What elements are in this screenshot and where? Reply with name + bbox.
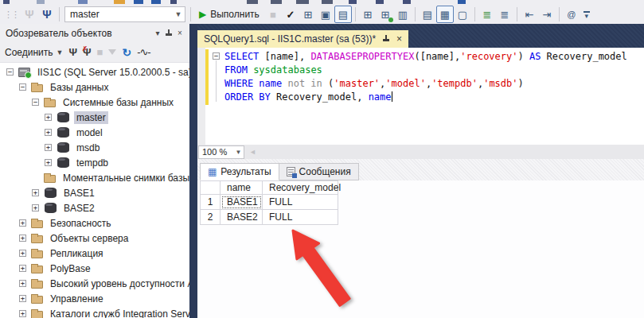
disconnect-icon[interactable]: ✗Ψ bbox=[83, 47, 92, 57]
sql-token: ) bbox=[517, 51, 529, 62]
results-to-text-icon[interactable]: ▤ bbox=[419, 6, 436, 23]
separator bbox=[59, 7, 60, 21]
cell-name[interactable]: BASE2 bbox=[221, 210, 263, 225]
template-parameters-icon[interactable]: @ bbox=[563, 6, 580, 23]
tree-item-управление[interactable]: +Управление bbox=[0, 291, 189, 306]
tree-expander-icon[interactable]: + bbox=[19, 310, 26, 317]
tree-expander-icon[interactable]: + bbox=[19, 219, 26, 227]
tree-expander-icon[interactable]: + bbox=[45, 114, 52, 121]
row-number-cell[interactable]: 1 bbox=[200, 195, 221, 210]
sql-token: DATABASEPROPERTYEX bbox=[310, 51, 414, 62]
code-line-4[interactable]: ORDER BY Recovery_model, name bbox=[224, 91, 627, 104]
tree-item-polybase[interactable]: +PolyBase bbox=[0, 261, 189, 276]
cell-name[interactable]: BASE1 bbox=[221, 195, 263, 210]
collapse-region-icon[interactable]: − bbox=[213, 52, 220, 60]
tree-expander-icon[interactable]: + bbox=[32, 189, 39, 196]
activity-monitor-icon[interactable]: -∿- bbox=[137, 46, 150, 58]
tree-item-base2[interactable]: +BASE2 bbox=[0, 200, 189, 215]
tree-expander-icon[interactable]: + bbox=[19, 265, 26, 272]
connect-button[interactable]: Соединить ▼ bbox=[5, 47, 63, 58]
tree-expander-icon[interactable]: + bbox=[19, 295, 26, 302]
pin-icon[interactable] bbox=[381, 33, 391, 45]
sql-token: AS bbox=[529, 51, 541, 62]
tree-expander-icon[interactable]: + bbox=[32, 204, 39, 211]
tree-expander-icon[interactable]: − bbox=[6, 68, 14, 76]
tree-item-безопасность[interactable]: +Безопасность bbox=[0, 215, 189, 231]
filter-icon[interactable] bbox=[108, 49, 116, 55]
object-explorer-titlebar[interactable]: Обозреватель объектов ▾ × bbox=[0, 24, 189, 42]
column-header-name[interactable]: name bbox=[221, 180, 263, 195]
pin-icon[interactable] bbox=[164, 28, 174, 39]
tree-item-объекты-сервера[interactable]: +Объекты сервера bbox=[0, 231, 189, 246]
increase-indent-icon[interactable]: ⇥ bbox=[538, 6, 556, 23]
tree-expander-icon[interactable]: + bbox=[19, 250, 26, 257]
stop-icon[interactable]: ■ bbox=[97, 47, 103, 57]
tree-expander-icon[interactable]: + bbox=[19, 235, 26, 242]
tree-item-master[interactable]: +master bbox=[0, 110, 189, 125]
tab-messages[interactable]: Сообщения bbox=[279, 163, 359, 180]
tree-item-label: Управление bbox=[48, 293, 106, 305]
tree-expander-icon[interactable]: + bbox=[45, 129, 52, 136]
tree-item-model[interactable]: +model bbox=[0, 125, 189, 140]
tree-expander-icon[interactable]: − bbox=[19, 83, 26, 91]
client-statistics-icon[interactable]: ⊞ bbox=[377, 6, 394, 23]
sql-editor[interactable]: − SELECT [name], DATABASEPROPERTYEX([nam… bbox=[197, 48, 644, 145]
tree-item-msdb[interactable]: +msdb bbox=[0, 140, 189, 155]
chevron-down-icon[interactable]: ▼ bbox=[233, 149, 244, 156]
tree-expander-icon[interactable]: + bbox=[19, 280, 26, 287]
comment-lines-icon[interactable]: ≣ bbox=[478, 6, 496, 23]
decrease-indent-icon[interactable]: ⇤ bbox=[521, 6, 538, 23]
execute-button[interactable]: ▶ Выполнить bbox=[194, 6, 264, 23]
tree-item-label: BASE2 bbox=[61, 202, 97, 215]
tree-item-репликация[interactable]: +Репликация bbox=[0, 246, 189, 261]
cell-recovery-model[interactable]: FULL bbox=[263, 195, 338, 210]
editor-zoom-combo[interactable]: 100 % ▼ bbox=[198, 145, 244, 159]
close-icon[interactable]: × bbox=[396, 33, 402, 45]
tab-results[interactable]: ▦ Результаты bbox=[200, 163, 279, 180]
estimated-plan-icon[interactable]: ⊞ bbox=[299, 6, 317, 23]
available-databases-combo[interactable]: master ▼ bbox=[64, 6, 185, 22]
sql-code[interactable]: SELECT [name], DATABASEPROPERTYEX([name]… bbox=[224, 50, 627, 104]
tree-expander-icon[interactable]: + bbox=[45, 144, 52, 151]
code-line-2[interactable]: FROM sysdatabases bbox=[224, 64, 627, 77]
row-number-cell[interactable]: 2 bbox=[200, 210, 221, 225]
tree-item-tempdb[interactable]: +tempdb bbox=[0, 155, 189, 170]
tab-title: SQLQuery1.sql - IIS1C.master (sa (53))* bbox=[204, 33, 376, 45]
tree-item-каталоги-служб-integration-ser[interactable]: +Каталоги служб Integration Services bbox=[0, 306, 189, 318]
code-line-1[interactable]: SELECT [name], DATABASEPROPERTYEX([name]… bbox=[224, 50, 627, 64]
uncomment-lines-icon[interactable]: ≣ bbox=[496, 6, 513, 23]
window-position-icon[interactable]: ▾ bbox=[151, 29, 164, 37]
tree-expander-icon[interactable]: + bbox=[45, 159, 52, 166]
database-icon bbox=[57, 127, 69, 138]
chevron-down-icon[interactable]: ▼ bbox=[172, 10, 185, 18]
toolbar-grip[interactable]: ⋮⋮ bbox=[4, 10, 18, 20]
toolbar-overflow-icon[interactable]: ▾ bbox=[584, 11, 590, 18]
grid-corner-cell[interactable] bbox=[200, 180, 221, 195]
intellisense-icon[interactable]: ▥ bbox=[394, 6, 412, 23]
column-header-recovery-model[interactable]: Recovery_model bbox=[263, 180, 338, 195]
results-to-grid-icon[interactable]: ▦ bbox=[436, 6, 454, 23]
results-to-file-icon[interactable]: ▢ bbox=[454, 6, 471, 23]
refresh-icon[interactable]: ↻ bbox=[122, 46, 131, 59]
tree-item-моментальные-снимки-базы-данны[interactable]: Моментальные снимки базы данных bbox=[0, 170, 189, 185]
close-icon[interactable]: × bbox=[174, 29, 186, 37]
code-line-3[interactable]: WHERE name not in ('master','model','tem… bbox=[224, 77, 627, 91]
cancel-query-icon[interactable]: ■ bbox=[264, 6, 282, 23]
tab-sqlquery1[interactable]: SQLQuery1.sql - IIS1C.master (sa (53))* … bbox=[197, 30, 408, 48]
connect-icon[interactable]: Ψ bbox=[21, 6, 38, 23]
query-options-icon[interactable]: ▣ bbox=[317, 6, 334, 23]
red-arrow-annotation bbox=[271, 215, 366, 314]
tree-expander-icon[interactable]: − bbox=[32, 99, 39, 106]
tree-item-iis1c-sql-server-15-0-2000-5-s[interactable]: −IIS1C (SQL Server 15.0.2000.5 - sa) bbox=[0, 64, 189, 80]
sql-token: Recovery_model bbox=[541, 51, 626, 62]
scrollbar-left-arrow[interactable]: ◄ bbox=[249, 148, 256, 156]
change-connection-icon[interactable]: Ψ bbox=[38, 6, 56, 23]
tree-item-системные-базы-данных[interactable]: −Системные базы данных bbox=[0, 95, 189, 110]
tuning-advisor-icon[interactable]: ⊞ bbox=[359, 6, 377, 23]
connect-object-icon[interactable]: Ψ bbox=[68, 47, 77, 57]
parse-query-icon[interactable]: ✓ bbox=[282, 6, 299, 23]
tree-item-базы-данных[interactable]: −Базы данных bbox=[0, 80, 189, 95]
tree-item-base1[interactable]: +BASE1 bbox=[0, 185, 189, 200]
tree-item-высокий-уровень-доступности-al[interactable]: +Высокий уровень доступности AlwaysOn bbox=[0, 276, 189, 291]
live-query-stats-icon[interactable]: ▤ bbox=[334, 6, 352, 23]
